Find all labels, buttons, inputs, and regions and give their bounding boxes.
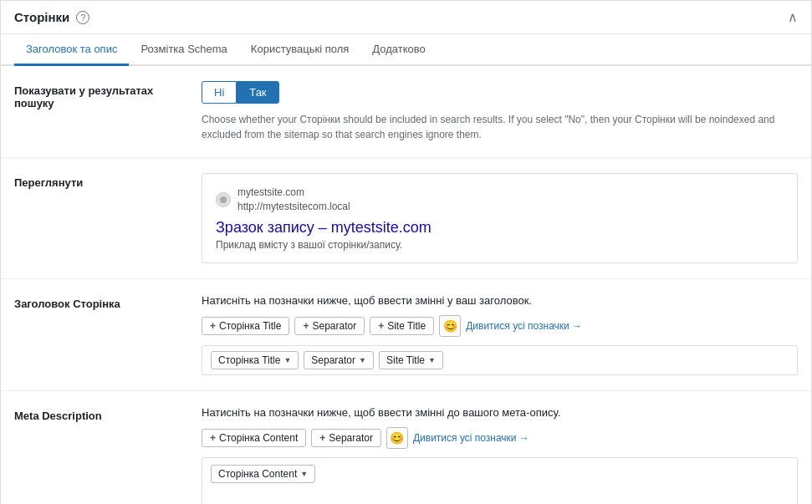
preview-box: mytestsite.com http://mytestsitecom.loca… (202, 173, 798, 263)
toggle-no-button[interactable]: Ні (202, 81, 237, 104)
preview-site-names: mytestsite.com http://mytestsitecom.loca… (237, 186, 350, 214)
toggle-yes-button[interactable]: Так (237, 81, 278, 104)
view-all-title-link[interactable]: Дивитися усі позначки → (466, 320, 582, 332)
title-dropdown-row: Сторінка Title ▼ Separator ▼ Site Title … (202, 345, 798, 375)
preview-row: Переглянути mytestsite.com http://mytest… (1, 158, 811, 279)
dropdown-chip-separator[interactable]: Separator ▼ (304, 351, 374, 369)
chip-page-content[interactable]: + Сторінка Content (202, 429, 306, 447)
page-title-content: Натисніть на позначки нижче, щоб ввести … (202, 294, 798, 375)
dropdown-chip-page-title[interactable]: Сторінка Title ▼ (211, 351, 299, 369)
search-visibility-description: Choose whether your Сторінки should be i… (202, 112, 798, 142)
dropdown-chip-page-content[interactable]: Сторінка Content ▼ (211, 465, 315, 483)
chevron-icon-1: ▼ (283, 356, 291, 364)
toggle-group: Ні Так (202, 81, 798, 104)
preview-favicon (216, 192, 231, 207)
preview-site-url: http://mytestsitecom.local (237, 200, 350, 214)
emoji-button-title[interactable]: 😊 (439, 315, 461, 337)
preview-description: Приклад вмісту з вашої сторінки/запису. (216, 239, 784, 251)
search-visibility-label: Показувати у результатах пошуку (14, 81, 181, 109)
tab-title-desc[interactable]: Заголовок та опис (14, 34, 129, 66)
panel-content: Показувати у результатах пошуку Ні Так C… (1, 66, 811, 504)
search-visibility-content: Ні Так Choose whether your Сторінки shou… (202, 81, 798, 142)
view-all-meta-link[interactable]: Дивитися усі позначки → (413, 432, 529, 444)
preview-site-info: mytestsite.com http://mytestsitecom.loca… (216, 186, 784, 214)
tab-schema[interactable]: Розмітка Schema (129, 34, 238, 66)
dropdown-chip-site-title[interactable]: Site Title ▼ (379, 351, 443, 369)
preview-content: mytestsite.com http://mytestsitecom.loca… (202, 173, 798, 263)
meta-description-instruction: Натисніть на позначки нижче, щоб ввести … (202, 406, 798, 419)
chip-site-title[interactable]: + Site Title (370, 317, 434, 335)
svg-point-0 (220, 196, 227, 203)
meta-description-row: Meta Description Натисніть на позначки н… (1, 391, 811, 504)
page-wrapper: Сторінки ? ∧ Заголовок та опис Розмітка … (0, 0, 812, 504)
meta-description-content: Натисніть на позначки нижче, щоб ввести … (202, 406, 798, 504)
page-title-instruction: Натисніть на позначки нижче, щоб ввести … (202, 294, 798, 307)
preview-label: Переглянути (14, 173, 181, 189)
panel-header-left: Сторінки ? (14, 10, 89, 24)
meta-description-label: Meta Description (14, 406, 181, 422)
chevron-icon-3: ▼ (428, 356, 436, 364)
emoji-button-meta[interactable]: 😊 (386, 427, 408, 449)
preview-title[interactable]: Зразок запису – mytestsite.com (216, 219, 784, 237)
meta-description-chips-row: + Сторінка Content + Separator 😊 Дивитис… (202, 427, 798, 449)
collapse-icon[interactable]: ∧ (788, 9, 798, 25)
chip-page-title[interactable]: + Сторінка Title (202, 317, 289, 335)
help-icon[interactable]: ? (76, 11, 89, 24)
search-visibility-row: Показувати у результатах пошуку Ні Так C… (1, 66, 811, 158)
preview-site-name: mytestsite.com (237, 186, 350, 200)
tab-additional[interactable]: Додатково (360, 34, 437, 66)
tabs-bar: Заголовок та опис Розмітка Schema Корист… (1, 34, 811, 66)
meta-description-area[interactable]: Сторінка Content ▼ (202, 457, 798, 504)
chevron-icon-4: ▼ (300, 470, 308, 478)
page-title-chips-row: + Сторінка Title + Separator + Site Titl… (202, 315, 798, 337)
tab-custom-fields[interactable]: Користувацькі поля (239, 34, 360, 66)
panel-header: Сторінки ? ∧ (1, 1, 811, 34)
chip-separator[interactable]: + Separator (294, 317, 365, 335)
page-title-row: Заголовок Сторінка Натисніть на позначки… (1, 279, 811, 391)
chevron-icon-2: ▼ (359, 356, 366, 364)
page-title-label: Заголовок Сторінка (14, 294, 181, 310)
chip-separator-meta[interactable]: + Separator (311, 429, 381, 447)
panel-title: Сторінки (14, 10, 69, 24)
